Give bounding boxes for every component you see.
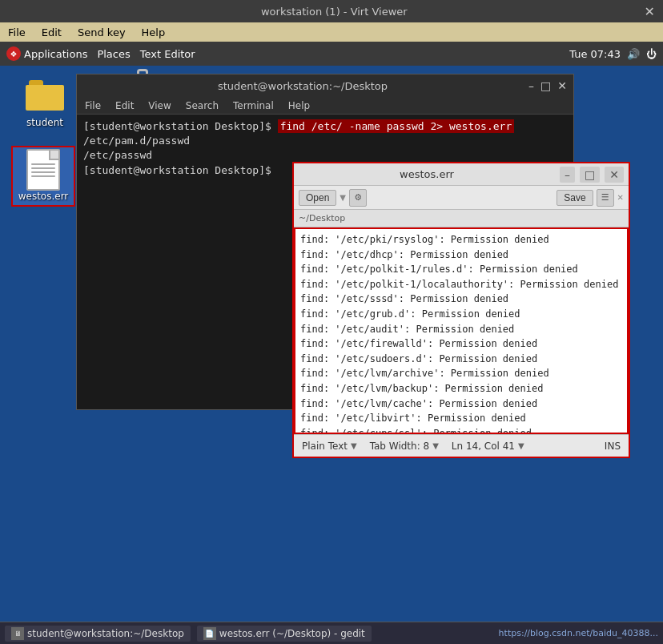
- menu-file[interactable]: File: [3, 25, 30, 40]
- editor-line-9: find: '/etc/sudoers.d': Permission denie…: [300, 352, 622, 367]
- editor-statusbar: Plain Text ▼ Tab Width: 8 ▼ Ln 14, Col 4…: [294, 434, 629, 457]
- desktop: student Trash westos.err: [0, 66, 663, 644]
- terminal-line-2: /etc/pam.d/passwd: [83, 134, 567, 148]
- toolbar-icon-1[interactable]: ⚙: [349, 189, 367, 207]
- prompt-1: [student@workstation Desktop]$: [83, 120, 271, 132]
- editor-line-12: find: '/etc/lvm/cache': Permission denie…: [300, 396, 622, 412]
- folder-body: [26, 85, 64, 111]
- editor-maximize[interactable]: □: [580, 167, 600, 183]
- tab-width-arrow: ▼: [432, 441, 439, 450]
- menu-help[interactable]: Help: [137, 25, 171, 40]
- text-editor-window: westos.err – □ ✕ Open ▼ ⚙ Save ☰ ✕ ~/Des…: [292, 162, 630, 458]
- editor-line-11: find: '/etc/lvm/backup': Permission deni…: [300, 381, 622, 396]
- editor-toolbar: Open ▼ ⚙ Save ☰ ✕: [294, 186, 629, 210]
- terminal-close[interactable]: ✕: [557, 79, 567, 92]
- editor-task-item[interactable]: 📄 westos.err (~/Desktop) - gedit: [197, 626, 372, 642]
- applications-menu[interactable]: ❖ Applications: [6, 46, 87, 61]
- terminal-titlebar: student@workstation:~/Desktop – □ ✕: [77, 74, 573, 97]
- editor-line-6: find: '/etc/grub.d': Permission denied: [300, 307, 622, 322]
- terminal-menubar: File Edit View Search Terminal Help: [77, 97, 573, 115]
- virt-viewer-titlebar: workstation (1) - Virt Viewer ✕: [0, 0, 663, 22]
- editor-line-13: find: '/etc/libvirt': Permission denied: [300, 411, 622, 426]
- terminal-maximize[interactable]: □: [540, 79, 551, 92]
- editor-line-14: find: '/etc/cups/ssl': Permission denied: [300, 426, 622, 434]
- doc-fold: [49, 151, 58, 160]
- term-menu-edit[interactable]: Edit: [112, 99, 137, 113]
- term-menu-search[interactable]: Search: [183, 99, 222, 113]
- editor-line-7: find: '/etc/audit': Permission denied: [300, 322, 622, 337]
- doc-line-1: [31, 163, 55, 165]
- bottom-taskbar: 🖥 student@workstation:~/Desktop 📄 westos…: [0, 622, 663, 644]
- editor-titlebar: westos.err – □ ✕: [294, 163, 629, 186]
- terminal-task-item[interactable]: 🖥 student@workstation:~/Desktop: [5, 626, 191, 642]
- editor-minimize[interactable]: –: [560, 167, 575, 183]
- editor-line-5: find: '/etc/sssd': Permission denied: [300, 292, 622, 307]
- url-display: https://blog.csdn.net/baidu_40388...: [499, 628, 658, 638]
- editor-line-3: find: '/etc/polkit-1/rules.d': Permissio…: [300, 262, 622, 277]
- editor-tab-bar: ~/Desktop: [294, 210, 629, 227]
- terminal-line-3: /etc/passwd: [83, 148, 567, 163]
- doc-shape: [26, 149, 60, 191]
- plain-text-arrow: ▼: [351, 441, 357, 450]
- editor-task-icon: 📄: [203, 627, 216, 640]
- editor-task-label: westos.err (~/Desktop) - gedit: [219, 628, 365, 639]
- tab-width-status[interactable]: Tab Width: 8 ▼: [370, 441, 439, 452]
- places-menu[interactable]: Places: [97, 48, 130, 60]
- westos-err-icon[interactable]: westos.err: [11, 146, 75, 207]
- editor-line-8: find: '/etc/firewalld': Permission denie…: [300, 336, 622, 352]
- terminal-line-1: [student@workstation Desktop]$ find /etc…: [83, 119, 567, 134]
- menu-sendkey[interactable]: Send key: [73, 25, 131, 40]
- text-editor-label: Text Editor: [140, 48, 195, 60]
- virt-viewer-title: workstation (1) - Virt Viewer: [24, 6, 645, 18]
- editor-tab-path: ~/Desktop: [299, 213, 345, 223]
- gnome-taskbar: ❖ Applications Places Text Editor Tue 07…: [0, 42, 663, 66]
- student-label: student: [26, 117, 63, 128]
- doc-line-2: [31, 167, 55, 169]
- student-folder-icon[interactable]: student: [13, 74, 77, 131]
- plain-text-label: Plain Text: [302, 441, 348, 452]
- folder-image: [26, 77, 64, 115]
- editor-line-10: find: '/etc/lvm/archive': Permission den…: [300, 366, 622, 381]
- term-menu-view[interactable]: View: [145, 99, 174, 113]
- position-label: Ln 14, Col 41: [452, 441, 515, 452]
- highlighted-command: find /etc/ -name passwd 2> westos.err: [278, 119, 515, 133]
- virt-viewer-menubar: File Edit Send key Help: [0, 22, 663, 42]
- editor-close[interactable]: ✕: [605, 167, 624, 183]
- applications-label: Applications: [24, 48, 87, 60]
- save-button[interactable]: Save: [557, 190, 593, 206]
- term-menu-help[interactable]: Help: [285, 99, 313, 113]
- places-label: Places: [97, 48, 130, 60]
- terminal-minimize[interactable]: –: [528, 79, 534, 92]
- doc-lines: [31, 163, 55, 179]
- westos-err-label: westos.err: [18, 191, 69, 202]
- doc-line-3: [31, 171, 55, 173]
- position-status: Ln 14, Col 41 ▼: [452, 441, 524, 452]
- editor-line-2: find: '/etc/dhcp': Permission denied: [300, 248, 622, 263]
- clock: Tue 07:43: [569, 48, 621, 60]
- toolbar-icon-2[interactable]: ☰: [597, 189, 614, 207]
- folder-shape: [26, 80, 64, 112]
- tab-width-label: Tab Width: 8: [370, 441, 429, 452]
- terminal-task-icon: 🖥: [11, 627, 24, 640]
- terminal-title: student@workstation:~/Desktop: [83, 80, 522, 92]
- editor-content[interactable]: find: '/etc/pki/rsyslog': Permission den…: [294, 227, 629, 434]
- close-button[interactable]: ✕: [645, 4, 655, 19]
- doc-image: [24, 151, 62, 189]
- open-button[interactable]: Open: [299, 190, 336, 206]
- term-menu-file[interactable]: File: [82, 99, 104, 113]
- plain-text-status[interactable]: Plain Text ▼: [302, 441, 357, 452]
- editor-line-4: find: '/etc/polkit-1/localauthority': Pe…: [300, 277, 622, 292]
- ins-indicator: INS: [605, 441, 621, 452]
- editor-title: westos.err: [299, 168, 555, 180]
- term-menu-terminal[interactable]: Terminal: [230, 99, 277, 113]
- power-icon[interactable]: ⏻: [646, 48, 657, 60]
- position-arrow: ▼: [518, 441, 524, 450]
- applications-icon: ❖: [6, 46, 21, 61]
- volume-icon[interactable]: 🔊: [627, 48, 640, 60]
- doc-line-4: [31, 175, 55, 177]
- editor-line-1: find: '/etc/pki/rsyslog': Permission den…: [300, 232, 622, 248]
- terminal-task-label: student@workstation:~/Desktop: [27, 628, 184, 639]
- menu-edit[interactable]: Edit: [37, 25, 66, 40]
- prompt-2: [student@workstation Desktop]$: [83, 164, 271, 176]
- text-editor-menu[interactable]: Text Editor: [140, 48, 195, 60]
